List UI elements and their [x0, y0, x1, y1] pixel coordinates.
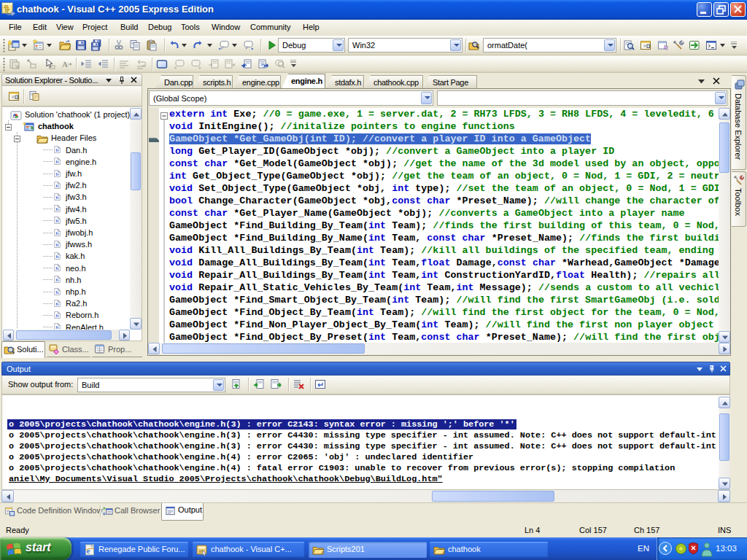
svg-text:h: h — [55, 195, 58, 200]
svg-text:h: h — [55, 218, 58, 223]
svg-text:h: h — [55, 171, 58, 176]
svg-text:h: h — [55, 254, 58, 259]
svg-text:h: h — [55, 300, 58, 306]
svg-text:A: A — [62, 60, 68, 69]
svg-text:h: h — [55, 289, 58, 294]
svg-text:h: h — [55, 313, 58, 318]
svg-text:h: h — [55, 241, 58, 246]
svg-text:h: h — [55, 265, 58, 271]
svg-text:h: h — [55, 147, 58, 152]
svg-text:h: h — [55, 230, 58, 235]
svg-text:h: h — [55, 206, 58, 211]
svg-text:e: e — [87, 546, 90, 555]
svg-text:h: h — [55, 277, 58, 282]
svg-text:h: h — [55, 159, 58, 164]
svg-text:h: h — [55, 324, 58, 330]
svg-text:h: h — [55, 182, 58, 187]
